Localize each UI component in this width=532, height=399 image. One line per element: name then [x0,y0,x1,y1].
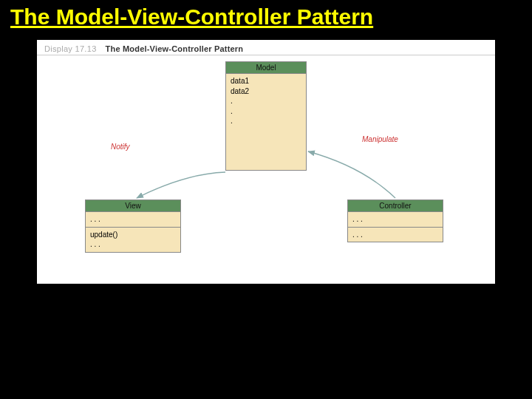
figure-panel: Display 17.13 The Model-View-Controller … [37,40,495,284]
display-label: Display 17.13 [44,44,97,53]
controller-title: Controller [348,200,443,212]
controller-section-1: . . . [348,212,443,228]
view-section-2: update() . . . [86,228,180,252]
model-box: Model data1 data2 . . . [225,61,307,171]
controller-section-2: . . . [348,228,443,242]
model-body: data1 data2 . . . [226,74,306,170]
view-title: View [86,200,180,212]
manipulate-label: Manipulate [362,135,398,143]
notify-label: Notify [111,143,130,151]
controller-box: Controller . . . . . . [347,200,443,242]
model-title: Model [226,62,306,74]
figure-caption: The Model-View-Controller Pattern [106,44,244,53]
figure-header: Display 17.13 The Model-View-Controller … [37,40,495,55]
view-section-1: . . . [86,212,180,228]
view-box: View . . . update() . . . [85,200,181,253]
mvc-diagram: Model data1 data2 . . . View . . . updat… [37,55,495,282]
slide-title: The Model-View-Controller Pattern [0,0,532,33]
